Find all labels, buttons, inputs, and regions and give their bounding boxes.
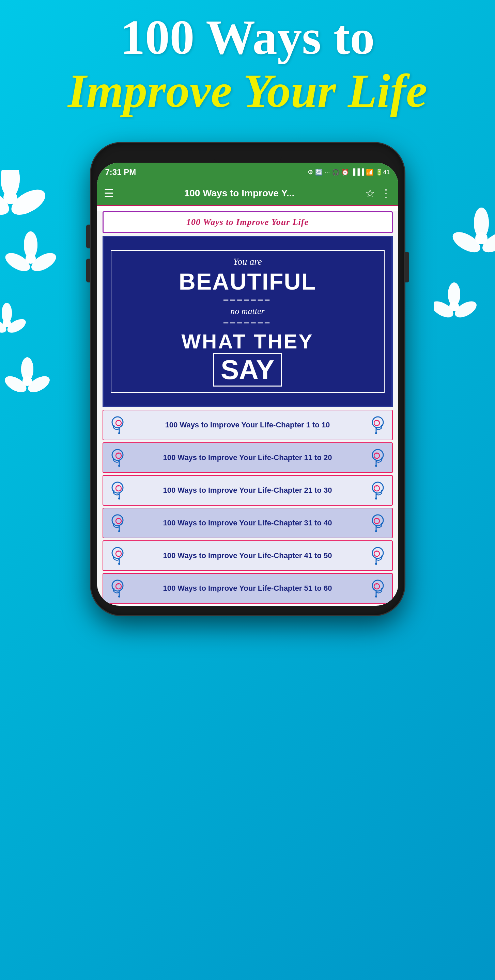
chapter-icon-left bbox=[107, 576, 131, 600]
chapters-list: 100 Ways to Improve Your Life-Chapter 1 … bbox=[97, 410, 398, 604]
svg-point-47 bbox=[118, 498, 120, 500]
chapter-item[interactable]: 100 Ways to Improve Your Life-Chapter 51… bbox=[102, 573, 393, 604]
chapter-text: 100 Ways to Improve Your Life-Chapter 21… bbox=[134, 485, 361, 495]
svg-point-27 bbox=[22, 376, 32, 386]
signal-icon: ▐▐▐ bbox=[351, 169, 364, 176]
svg-point-20 bbox=[3, 319, 11, 327]
header-line1: 100 Ways to bbox=[0, 10, 495, 65]
chapter-icon-left bbox=[107, 413, 131, 437]
flowers-right-decoration bbox=[434, 204, 495, 442]
header-line2: Improve Your Life bbox=[0, 65, 495, 117]
svg-point-43 bbox=[375, 465, 377, 467]
status-icons: ⚙ 🔄 ··· 🎧 ⏰ ▐▐▐ 📶 🔋41 bbox=[308, 169, 390, 176]
phone-outer-shell: 7:31 PM ⚙ 🔄 ··· 🎧 ⏰ ▐▐▐ 📶 🔋41 ☰ 100 Ways… bbox=[91, 143, 404, 615]
chapter-item[interactable]: 100 Ways to Improve Your Life-Chapter 41… bbox=[102, 540, 393, 571]
hero-what-they: WHAT THEY bbox=[117, 330, 378, 353]
svg-point-75 bbox=[375, 595, 377, 598]
chapter-icon-left bbox=[107, 446, 131, 469]
chapter-icon-right bbox=[364, 511, 388, 535]
status-time: 7:31 PM bbox=[105, 167, 136, 177]
hero-image: You are BEAUTIFUL ═══════ no matter ════… bbox=[102, 236, 393, 407]
chapter-item[interactable]: 100 Ways to Improve Your Life-Chapter 1 … bbox=[102, 410, 393, 440]
chapter-text: 100 Ways to Improve Your Life-Chapter 31… bbox=[134, 518, 361, 528]
flowers-left-decoration bbox=[0, 170, 68, 442]
chapter-icon-right bbox=[364, 446, 388, 469]
header-section: 100 Ways to Improve Your Life bbox=[0, 10, 495, 117]
hero-you-are: You are bbox=[117, 256, 378, 267]
chapter-item[interactable]: 100 Ways to Improve Your Life-Chapter 31… bbox=[102, 508, 393, 538]
svg-point-82 bbox=[475, 232, 487, 244]
hero-no-matter: no matter bbox=[117, 306, 378, 317]
sync-icon: 🔄 bbox=[315, 169, 323, 176]
chapter-icon-right bbox=[364, 544, 388, 568]
svg-point-89 bbox=[449, 301, 459, 311]
alarm-icon: ⏰ bbox=[341, 169, 349, 176]
overflow-menu-icon[interactable]: ⋮ bbox=[380, 187, 391, 200]
chapter-text: 100 Ways to Improve Your Life-Chapter 1 … bbox=[134, 420, 361, 430]
hero-beautiful: BEAUTIFUL bbox=[117, 270, 378, 293]
phone-screen: 7:31 PM ⚙ 🔄 ··· 🎧 ⏰ ▐▐▐ 📶 🔋41 ☰ 100 Ways… bbox=[97, 163, 398, 606]
phone-mockup: 7:31 PM ⚙ 🔄 ··· 🎧 ⏰ ▐▐▐ 📶 🔋41 ☰ 100 Ways… bbox=[91, 143, 404, 615]
hero-say: SAY bbox=[213, 353, 282, 387]
settings-icon: ⚙ bbox=[308, 169, 313, 176]
more-dots-icon: ··· bbox=[325, 169, 330, 176]
chapter-item[interactable]: 100 Ways to Improve Your Life-Chapter 21… bbox=[102, 475, 393, 506]
svg-point-59 bbox=[375, 530, 377, 532]
hero-divider-lines: ═══════ bbox=[117, 296, 378, 304]
chapter-icon-left bbox=[107, 511, 131, 535]
hero-divider-lines2: ═══════ bbox=[117, 319, 378, 327]
svg-point-6 bbox=[3, 191, 17, 204]
chapter-icon-right bbox=[364, 576, 388, 600]
phone-notch bbox=[214, 153, 282, 163]
toolbar-title: 100 Ways to Improve Y... bbox=[119, 188, 360, 199]
chapter-icon-left bbox=[107, 544, 131, 568]
svg-point-39 bbox=[118, 465, 120, 467]
svg-point-35 bbox=[375, 432, 377, 434]
app-title-text: 100 Ways to Improve Your Life bbox=[186, 217, 309, 227]
chapter-item[interactable]: 100 Ways to Improve Your Life-Chapter 11… bbox=[102, 442, 393, 473]
svg-point-55 bbox=[118, 530, 120, 532]
app-title-banner: 100 Ways to Improve Your Life bbox=[102, 211, 393, 233]
chapter-icon-right bbox=[364, 413, 388, 437]
svg-point-67 bbox=[375, 563, 377, 565]
wifi-icon: 📶 bbox=[366, 169, 374, 176]
status-bar: 7:31 PM ⚙ 🔄 ··· 🎧 ⏰ ▐▐▐ 📶 🔋41 bbox=[97, 163, 398, 181]
hero-inner-border: You are BEAUTIFUL ═══════ no matter ════… bbox=[111, 250, 385, 393]
svg-point-71 bbox=[118, 595, 120, 598]
chapter-text: 100 Ways to Improve Your Life-Chapter 41… bbox=[134, 551, 361, 561]
chapter-icon-right bbox=[364, 479, 388, 502]
svg-point-13 bbox=[26, 253, 36, 264]
svg-point-51 bbox=[375, 498, 377, 500]
app-toolbar: ☰ 100 Ways to Improve Y... ☆ ⋮ bbox=[97, 181, 398, 206]
svg-point-63 bbox=[118, 563, 120, 565]
battery-icon: 🔋41 bbox=[375, 169, 390, 176]
headphone-icon: 🎧 bbox=[332, 169, 339, 176]
chapter-icon-left bbox=[107, 479, 131, 502]
menu-icon[interactable]: ☰ bbox=[104, 187, 114, 200]
star-icon[interactable]: ☆ bbox=[365, 187, 375, 200]
chapter-text: 100 Ways to Improve Your Life-Chapter 51… bbox=[134, 584, 361, 593]
chapter-text: 100 Ways to Improve Your Life-Chapter 11… bbox=[134, 453, 361, 463]
app-content: 100 Ways to Improve Your Life You are BE… bbox=[97, 211, 398, 604]
svg-point-31 bbox=[118, 432, 120, 434]
